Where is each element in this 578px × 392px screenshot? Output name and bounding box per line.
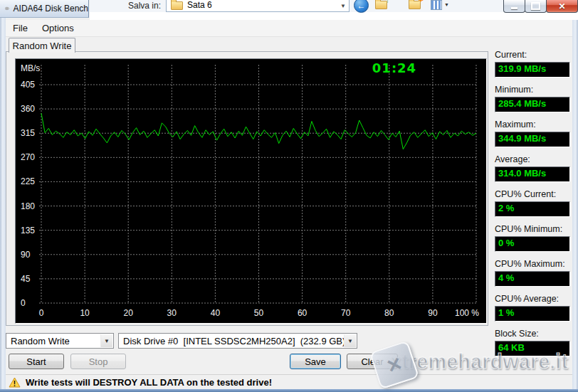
views-icon [431, 0, 442, 10]
stat-value-cpu-minimum: 0 % [495, 236, 570, 252]
x-tick-label: 0 [27, 308, 56, 318]
stat-label-minimum: Minimum: [495, 85, 570, 95]
save-in-label: Salva in: [128, 1, 161, 11]
save-location-value: Sata 6 [187, 0, 212, 10]
y-tick-label: 405 [21, 80, 35, 90]
stat-label-block-size: Block Size: [495, 329, 570, 339]
y-tick-label: 180 [21, 201, 35, 211]
back-button[interactable]: ← [354, 0, 369, 13]
y-tick-label: 360 [21, 104, 35, 114]
stat-value-maximum: 344.9 MB/s [495, 132, 570, 147]
chevron-down-icon: ▼ [100, 334, 112, 347]
status-bar: ! Write tests will DESTROY ALL DATA on t… [6, 374, 572, 389]
stop-button[interactable]: Stop [70, 354, 126, 369]
x-tick-label: 30 [157, 308, 186, 318]
stat-value-cpu-current: 2 % [495, 201, 570, 217]
test-type-value: Random Write [11, 336, 70, 346]
save-location-combobox[interactable]: Sata 6 ▼ [166, 0, 350, 12]
window-border-left [0, 18, 6, 389]
y-tick-label: 270 [21, 152, 35, 162]
drive-value: Disk Drive #0 [INTEL SSDSC2MH250A2] (232… [123, 336, 345, 346]
disk-icon [5, 4, 9, 13]
close-icon: ✕ [558, 1, 565, 11]
window-border-right [572, 20, 578, 389]
minimize-button[interactable] [503, 0, 525, 13]
screen: Salva in: Sata 6 ▼ ← ↑ ✱ ▼ ✕ AIDA64 Disk… [0, 0, 578, 392]
stat-value-cpu-average: 1 % [495, 306, 570, 322]
window-title: AIDA64 Disk Bench [14, 4, 88, 14]
stat-label-average: Average: [495, 154, 570, 164]
folder-up-icon: ↑ [375, 1, 387, 9]
maximize-icon [531, 2, 540, 10]
y-tick-label: 45 [21, 274, 30, 284]
x-tick-label: 90 [419, 308, 447, 318]
chevron-down-icon: ▼ [340, 3, 346, 9]
views-menu-button[interactable]: ▼ [431, 0, 449, 11]
x-tick-label: 60 [288, 308, 317, 318]
x-tick-label: 40 [201, 308, 229, 318]
x-tick-label: 80 [375, 308, 404, 318]
stat-label-cpu-maximum: CPU% Maximum: [495, 259, 570, 269]
app-titlebar: AIDA64 Disk Bench [0, 0, 89, 18]
new-folder-button[interactable]: ✱ [409, 0, 421, 11]
benchmark-chart: MB/s 01:24 40536031527022518013590450010… [15, 58, 487, 324]
stat-label-maximum: Maximum: [495, 120, 570, 129]
close-button[interactable]: ✕ [546, 0, 578, 13]
maximize-button[interactable] [525, 0, 547, 13]
stat-value-block-size: 64 KB [495, 341, 570, 356]
x-tick-label: 20 [114, 308, 142, 318]
y-tick-label: 90 [21, 250, 30, 260]
start-button[interactable]: Start [9, 354, 64, 369]
y-axis-unit: MB/s [21, 63, 40, 73]
minimize-icon [511, 7, 517, 9]
stat-label-cpu-minimum: CPU% Minimum: [495, 224, 570, 234]
menubar: FileOptions [6, 20, 572, 37]
tab-random-write[interactable]: Random Write [9, 38, 75, 53]
stat-value-average: 314.0 MB/s [495, 166, 570, 182]
stat-label-current: Current: [495, 50, 570, 60]
save-dialog-fragment: Salva in: Sata 6 ▼ ← ↑ ✱ ▼ ✕ [90, 0, 578, 20]
stats-panel: Current:319.9 MB/sMinimum:285.4 MB/sMaxi… [495, 50, 570, 364]
chevron-down-icon: ▼ [444, 2, 449, 7]
chevron-down-icon: ▼ [344, 334, 356, 347]
x-tick-label: 100 % [446, 308, 479, 318]
warning-text: Write tests will DESTROY ALL DATA on the… [26, 377, 272, 388]
chart-plot [16, 59, 486, 323]
save-button[interactable]: Save [290, 354, 341, 369]
folder-icon [171, 1, 183, 10]
y-tick-label: 225 [21, 176, 35, 186]
y-tick-label: 0 [21, 298, 26, 308]
menu-file[interactable]: File [6, 21, 35, 35]
stat-label-cpu-current: CPU% Current: [495, 189, 570, 199]
tab-label: Random Write [13, 41, 72, 51]
x-tick-label: 50 [245, 308, 273, 318]
stat-value-current: 319.9 MB/s [495, 62, 570, 78]
x-tick-label: 10 [70, 308, 99, 318]
stat-label-cpu-average: CPU% Average: [495, 294, 570, 304]
up-one-level-button[interactable]: ↑ [375, 0, 387, 11]
window-border-bottom [0, 389, 578, 392]
new-folder-icon: ✱ [409, 1, 421, 9]
y-tick-label: 315 [21, 128, 35, 138]
test-type-combobox[interactable]: Random Write ▼ [6, 333, 114, 349]
warning-icon: ! [9, 377, 21, 388]
svg-text:!: ! [14, 379, 16, 387]
drive-combobox[interactable]: Disk Drive #0 [INTEL SSDSC2MH250A2] (232… [118, 333, 357, 349]
clear-button[interactable]: Clear [347, 354, 398, 369]
menu-options[interactable]: Options [35, 21, 81, 35]
y-tick-label: 135 [21, 226, 35, 235]
x-tick-label: 70 [332, 308, 360, 318]
elapsed-timer: 01:24 [352, 60, 437, 75]
stat-value-minimum: 285.4 MB/s [495, 97, 570, 112]
stat-value-cpu-maximum: 4 % [495, 271, 570, 287]
